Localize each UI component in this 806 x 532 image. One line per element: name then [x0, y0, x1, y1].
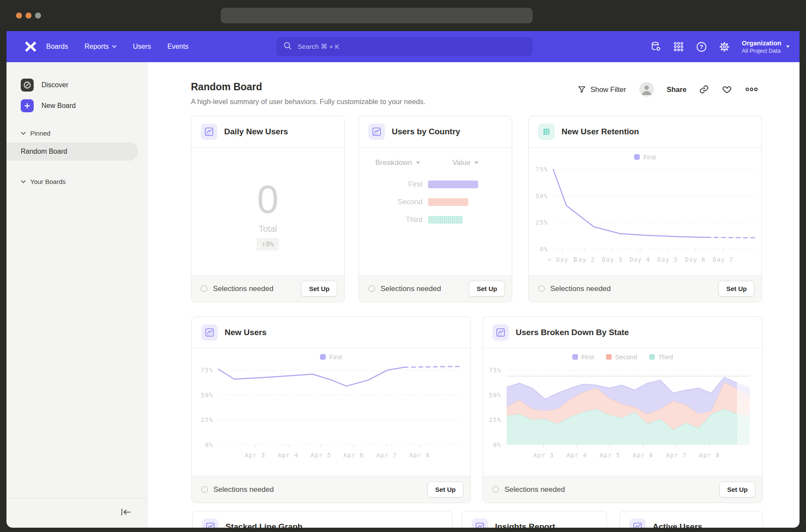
- row-label: First: [359, 180, 428, 189]
- nav-item-events[interactable]: Events: [168, 43, 189, 51]
- card-title: Daily New Users: [224, 127, 288, 136]
- set-up-button[interactable]: Set Up: [718, 281, 755, 297]
- traffic-lights: [16, 13, 41, 19]
- y-tick-label: 25%: [201, 417, 213, 423]
- line-chart-icon: [368, 124, 385, 140]
- x-tick-label: Apr 4: [567, 452, 587, 459]
- card-title: Active Users: [653, 522, 702, 528]
- org-name: Organization: [742, 39, 781, 47]
- chevron-down-icon: [474, 162, 479, 164]
- status-text: Selections needed: [381, 285, 441, 293]
- sidebar-section-your-boards[interactable]: Your Boards: [21, 178, 66, 185]
- avatar[interactable]: [639, 82, 654, 97]
- address-bar[interactable]: [221, 8, 533, 23]
- series-line-forecast: [404, 367, 460, 367]
- set-up-button[interactable]: Set Up: [427, 481, 463, 497]
- y-tick-label: 50%: [201, 392, 213, 399]
- share-button[interactable]: Share: [667, 86, 687, 94]
- set-up-button[interactable]: Set Up: [301, 281, 337, 297]
- top-navbar: BoardsReportsUsersEvents ? Organizatio: [6, 31, 800, 62]
- status-text: Selections needed: [213, 285, 273, 293]
- y-tick-label: 50%: [536, 193, 548, 200]
- retention-grid-icon: [538, 124, 555, 140]
- value-bar: [428, 198, 468, 206]
- apps-grid-icon[interactable]: [673, 41, 684, 52]
- show-filter-button[interactable]: Show Filter: [578, 85, 626, 94]
- search-input[interactable]: [297, 42, 471, 51]
- org-switcher[interactable]: Organization All Project Data: [742, 39, 790, 54]
- radio-circle-icon: [201, 486, 208, 493]
- copy-link-icon[interactable]: [699, 85, 709, 94]
- y-tick-label: 0%: [540, 246, 548, 253]
- series-line: [553, 169, 707, 237]
- sidebar-section-label: Pinned: [30, 130, 51, 137]
- x-tick-label: Apr 6: [633, 452, 654, 459]
- nav-item-label: Events: [168, 43, 189, 51]
- nav-item-users[interactable]: Users: [133, 43, 151, 51]
- value-dropdown[interactable]: Value: [452, 158, 479, 167]
- help-icon[interactable]: ?: [696, 41, 707, 52]
- y-tick-label: 0%: [205, 442, 213, 448]
- funnel-icon: [578, 85, 586, 94]
- page-title: Random Board: [191, 81, 262, 93]
- sidebar-section-label: Your Boards: [30, 178, 66, 185]
- line-chart-icon: [202, 519, 219, 528]
- window-zoom-button[interactable]: [35, 13, 41, 19]
- x-tick-label: Apr 4: [278, 452, 298, 459]
- browser-window: BoardsReportsUsersEvents ? Organizatio: [6, 0, 800, 528]
- trend-badge: ↑0%: [257, 238, 279, 250]
- row-label: Third: [359, 215, 428, 224]
- line-chart-icon: [201, 324, 218, 341]
- collapse-sidebar-icon[interactable]: [120, 507, 133, 519]
- card-title: Stacked Line Graph: [225, 522, 302, 528]
- value-bar: [428, 180, 478, 188]
- breakdown-dropdown[interactable]: Breakdown: [375, 158, 420, 167]
- nav-menu: BoardsReportsUsersEvents: [46, 31, 188, 62]
- window-minimize-button[interactable]: [25, 13, 32, 19]
- more-options-icon[interactable]: [745, 86, 758, 92]
- chevron-down-icon: [786, 46, 790, 48]
- nav-item-boards[interactable]: Boards: [46, 43, 68, 51]
- mixpanel-logo-icon[interactable]: [24, 40, 38, 55]
- page-subtitle: A high-level summary of user behaviors. …: [191, 98, 425, 106]
- value-bar: [428, 216, 463, 224]
- sidebar-item-discover[interactable]: Discover: [21, 79, 68, 92]
- plus-icon: [21, 99, 34, 112]
- y-tick-label: 25%: [489, 417, 501, 423]
- nav-item-reports[interactable]: Reports: [85, 43, 117, 51]
- radio-circle-icon: [538, 285, 545, 292]
- country-row: First: [359, 180, 478, 188]
- sidebar-item-new-board[interactable]: New Board: [21, 99, 76, 112]
- card-users-by-state: Users Broken Down By State FirstSecondTh…: [482, 317, 763, 503]
- new-users-chart: 75%50%25%0%Apr 3Apr 4Apr 5Apr 6Apr 7Apr …: [192, 348, 470, 477]
- nav-item-label: Boards: [46, 43, 68, 51]
- y-tick-label: 75%: [489, 367, 501, 374]
- favorite-heart-icon[interactable]: [722, 85, 732, 94]
- card-header: New User Retention: [529, 116, 762, 148]
- chevron-down-icon: [21, 132, 26, 135]
- card-title: Users Broken Down By State: [516, 328, 629, 337]
- card-header: Users Broken Down By State: [483, 317, 762, 348]
- settings-gear-icon[interactable]: [719, 41, 730, 52]
- y-tick-label: 75%: [536, 166, 548, 173]
- set-up-button[interactable]: Set Up: [719, 481, 755, 497]
- sidebar-item-random-board[interactable]: Random Board: [6, 142, 138, 161]
- radio-circle-icon: [201, 285, 207, 292]
- line-chart-icon: [629, 519, 646, 528]
- org-subtitle: All Project Data: [742, 47, 781, 54]
- set-up-button[interactable]: Set Up: [469, 281, 505, 297]
- search-bar[interactable]: [276, 37, 533, 56]
- status-text: Selections needed: [505, 485, 565, 494]
- x-tick-label: Apr 3: [533, 452, 554, 459]
- card-footer: Selections needed Set Up: [529, 275, 762, 302]
- data-management-icon[interactable]: [650, 41, 661, 52]
- sidebar-section-pinned[interactable]: Pinned: [21, 130, 51, 137]
- x-tick-label: Apr 3: [245, 452, 266, 459]
- line-chart-icon: [472, 519, 488, 528]
- x-tick-label: Apr 8: [699, 452, 720, 459]
- card-header: Insights Report: [462, 511, 606, 528]
- card-title: New User Retention: [562, 127, 639, 136]
- window-close-button[interactable]: [16, 13, 22, 19]
- y-tick-label: 25%: [536, 219, 548, 226]
- y-tick-label: 0%: [493, 442, 501, 448]
